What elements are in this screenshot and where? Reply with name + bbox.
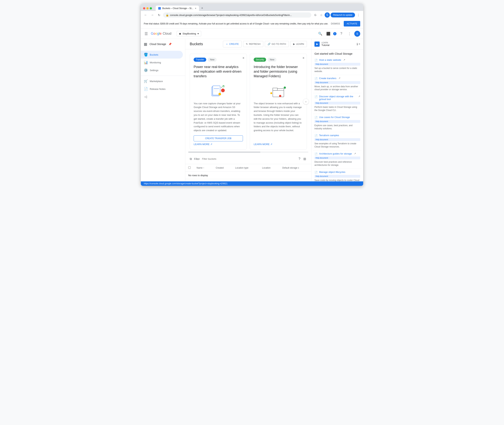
hamburger-button[interactable]: ☰ xyxy=(144,31,149,37)
filter-label: Filter xyxy=(194,158,200,160)
tab-favicon xyxy=(158,7,161,10)
table-columns-button[interactable]: ⊞ xyxy=(303,156,307,162)
tutorial-close-button[interactable]: × xyxy=(358,42,360,46)
transfer-illustration xyxy=(207,84,229,99)
sidebar-item-marketplace[interactable]: 🛒 Marketplace xyxy=(141,77,183,85)
tutorial-item-1[interactable]: 📄 Create transfers ↗ Help document Move,… xyxy=(313,75,362,93)
refresh-button[interactable]: ↻ xyxy=(156,13,162,18)
card-1-learn-more-link[interactable]: LEARN MORE ↗ xyxy=(194,143,243,146)
active-browser-tab[interactable]: Buckets – Cloud Storage – St... × xyxy=(156,6,199,11)
search-button[interactable]: 🔍 xyxy=(317,30,324,37)
card-1-close-button[interactable]: × xyxy=(242,56,244,60)
tab-close-icon[interactable]: × xyxy=(195,7,196,10)
tutorial-item-6[interactable]: 📄 Manage object lifecycles Help document… xyxy=(313,169,362,181)
activate-button[interactable]: ACTIVATE xyxy=(344,21,360,27)
tutorial-item-0-desc: Set up a bucket to serve content for a s… xyxy=(314,67,360,73)
nav-icons: 🔍 ⬛ 1 ? ⋮ S xyxy=(317,30,360,37)
tutorial-learn-text: LEARN xyxy=(321,42,329,44)
tutorial-item-2-icon: 📄 xyxy=(314,95,318,98)
dismiss-button[interactable]: DISMISS xyxy=(329,21,342,26)
select-all-checkbox[interactable] xyxy=(188,166,191,169)
tutorial-item-5-link: Architecture guides for storage xyxy=(319,152,352,155)
card-2-close-button[interactable]: × xyxy=(302,56,305,60)
refresh-page-button[interactable]: ↻ REFRESH xyxy=(243,41,263,47)
sidebar-item-collapse[interactable]: ◁ xyxy=(141,93,183,101)
create-button[interactable]: ＋ CREATE xyxy=(223,41,242,47)
google-account-button[interactable]: G xyxy=(313,13,318,18)
tutorial-item-3-badge: Help document xyxy=(314,120,360,123)
tutorial-learn-label: ▶ xyxy=(316,43,318,45)
tutorial-item-0[interactable]: 📄 Host a static website ↗ Help document … xyxy=(313,57,362,75)
address-bar[interactable]: 🔒 console.cloud.google.com/storage/brows… xyxy=(163,13,311,18)
forward-button[interactable]: → xyxy=(150,13,155,18)
sidebar-item-monitoring[interactable]: 📊 Monitoring xyxy=(141,59,183,66)
sidebar-item-settings[interactable]: ⚙️ Settings xyxy=(141,66,183,74)
name-column-header[interactable]: Name ↑ xyxy=(194,164,213,172)
page-header: Buckets ＋ CREATE ↻ REFRESH 🔗 GO TO PATH xyxy=(185,39,311,49)
tutorial-item-4[interactable]: 📄 Terraform samples Help document See ex… xyxy=(313,132,362,150)
carousel-next-button[interactable]: › xyxy=(303,99,309,105)
help-button[interactable]: ? xyxy=(338,30,345,37)
create-label: CREATE xyxy=(229,43,239,45)
table-empty-row: No rows to display xyxy=(185,172,311,179)
relaunch-button[interactable]: Relaunch to update xyxy=(331,13,355,17)
tutorial-item-2-badge: Help document xyxy=(314,102,360,105)
created-column-header[interactable]: Created xyxy=(213,164,232,172)
tutorial-item-1-badge: Help document xyxy=(314,81,360,84)
svg-point-10 xyxy=(279,95,281,97)
maximize-traffic-light[interactable] xyxy=(150,7,152,9)
sidebar-item-release-notes[interactable]: 📄 Release Notes xyxy=(141,85,183,93)
name-header-label: Name xyxy=(197,166,203,169)
cloud-shell-button[interactable]: ⬛ xyxy=(325,30,332,37)
project-selector-icon: ◉ xyxy=(179,32,181,35)
card-2-learn-more-link[interactable]: LEARN MORE ↗ xyxy=(254,143,303,146)
close-traffic-light[interactable] xyxy=(143,7,145,9)
folder-illustration xyxy=(267,84,289,99)
location-column-header[interactable]: Location xyxy=(259,164,279,172)
external-link-icon-t5: ↗ xyxy=(354,152,356,155)
location-type-column-header[interactable]: Location type xyxy=(232,164,259,172)
tutorial-main-title: Get started with Cloud Storage xyxy=(312,49,363,57)
profile-button[interactable]: S xyxy=(325,13,330,18)
sidebar-buckets-label: Buckets xyxy=(150,53,158,56)
horizontal-scrollbar[interactable] xyxy=(188,152,308,153)
sidebar: ▦ Cloud Storage 📌 🪣 Buckets 📊 Monitoring… xyxy=(141,39,185,181)
tutorial-info-button[interactable]: ℹ xyxy=(357,42,358,46)
create-transfer-job-button[interactable]: CREATE TRANSFER JOB xyxy=(194,135,243,141)
go-to-path-button[interactable]: 🔗 GO TO PATH xyxy=(265,41,289,47)
bookmark-button[interactable]: ☆ xyxy=(319,13,324,18)
default-storage-column-header[interactable]: Default storage c xyxy=(279,164,311,172)
tutorial-item-0-link: Host a static website xyxy=(319,59,341,61)
svg-rect-8 xyxy=(273,88,277,90)
table-help-button[interactable]: ? xyxy=(298,156,301,162)
no-rows-message: No rows to display xyxy=(185,172,311,179)
more-button[interactable]: ⋮ xyxy=(356,13,361,18)
tutorial-item-3[interactable]: 📄 Use cases for Cloud Storage Help docum… xyxy=(313,114,362,132)
learn-button[interactable]: ▶ LEARN xyxy=(290,41,307,47)
logo-cloud: Cloud xyxy=(163,32,171,36)
filter-input[interactable] xyxy=(202,158,296,160)
notification-badge[interactable]: 1 xyxy=(333,32,337,35)
settings-button[interactable]: ⋮ xyxy=(346,30,353,37)
created-header-label: Created xyxy=(216,166,224,169)
filter-icon: ⧉ xyxy=(190,157,192,161)
header-actions: ＋ CREATE ↻ REFRESH 🔗 GO TO PATH ▶ xyxy=(223,41,307,47)
tutorial-item-2[interactable]: 📄 Discover object storage with the gclou… xyxy=(313,93,362,114)
collapse-icon: ◁ xyxy=(144,95,147,99)
user-avatar[interactable]: S xyxy=(354,31,360,37)
marketplace-icon: 🛒 xyxy=(144,79,147,83)
back-button[interactable]: ← xyxy=(143,13,148,18)
project-selector[interactable]: ◉ StayBooking ▾ xyxy=(177,31,201,36)
tutorial-header-info: LEARN Tutorial xyxy=(321,42,329,46)
sidebar-pin-icon[interactable]: 📌 xyxy=(168,43,172,46)
card-1-learn-more-label: LEARN MORE xyxy=(194,143,210,146)
sidebar-marketplace-label: Marketplace xyxy=(150,80,163,83)
sort-icon: ↑ xyxy=(203,166,204,169)
minimize-traffic-light[interactable] xyxy=(146,7,149,9)
location-header-label: Location xyxy=(262,166,271,169)
sidebar-product-name: Cloud Storage xyxy=(150,43,166,46)
tutorial-item-5[interactable]: 📄 Architecture guides for storage ↗ Help… xyxy=(313,150,362,169)
location-type-header-label: Location type xyxy=(235,166,248,169)
sidebar-item-buckets[interactable]: 🪣 Buckets xyxy=(141,51,183,59)
new-tab-button[interactable]: + xyxy=(200,6,205,11)
